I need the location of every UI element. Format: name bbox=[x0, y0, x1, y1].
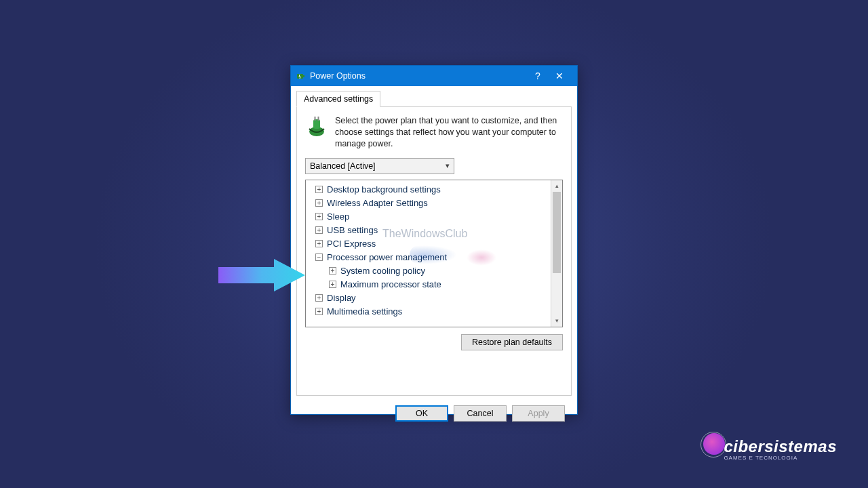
tab-page: Select the power plan that you want to c… bbox=[296, 107, 572, 396]
dialog-button-row: OK Cancel Apply bbox=[296, 400, 572, 427]
brand-name: cibersistemas bbox=[724, 437, 837, 456]
expand-plus-icon[interactable]: + bbox=[329, 281, 336, 288]
power-plan-icon bbox=[305, 115, 328, 138]
battery-icon bbox=[295, 70, 306, 81]
tree-item-label: USB settings bbox=[327, 225, 378, 235]
expand-plus-icon[interactable]: + bbox=[315, 240, 323, 247]
power-plan-selected: Balanced [Active] bbox=[310, 161, 376, 171]
tree-item-label: Desktop background settings bbox=[327, 184, 441, 195]
tree-row[interactable]: +Multimedia settings bbox=[309, 305, 548, 319]
cancel-button[interactable]: Cancel bbox=[454, 405, 507, 422]
tree-item-label: Sleep bbox=[327, 211, 349, 222]
tree-row[interactable]: +Desktop background settings bbox=[309, 183, 548, 197]
expand-plus-icon[interactable]: + bbox=[315, 294, 323, 302]
settings-tree-box: +Desktop background settings+Wireless Ad… bbox=[305, 180, 563, 327]
tree-row[interactable]: +Maximum processor state bbox=[309, 278, 548, 291]
tree-item-label: Multimedia settings bbox=[327, 306, 402, 317]
brand-logo: cibersistemas GAMES E TECNOLOGIA bbox=[724, 437, 837, 461]
tree-item-label: Maximum processor state bbox=[340, 279, 441, 289]
tree-item-label: PCI Express bbox=[327, 239, 376, 249]
tree-item-label: System cooling policy bbox=[340, 266, 425, 276]
apply-button[interactable]: Apply bbox=[512, 405, 565, 422]
tree-row[interactable]: +Sleep bbox=[309, 210, 548, 224]
scrollbar[interactable]: ▴ ▾ bbox=[551, 180, 562, 327]
tree-row[interactable]: +Wireless Adapter Settings bbox=[309, 197, 548, 210]
window-title: Power Options bbox=[310, 71, 528, 81]
ok-button[interactable]: OK bbox=[395, 405, 448, 422]
expand-plus-icon[interactable]: + bbox=[315, 308, 323, 315]
expand-plus-icon[interactable]: + bbox=[315, 213, 323, 220]
tree-row[interactable]: +PCI Express bbox=[309, 237, 548, 251]
tabstrip: Advanced settings bbox=[296, 90, 572, 107]
restore-defaults-button[interactable]: Restore plan defaults bbox=[461, 334, 563, 350]
svg-rect-1 bbox=[303, 75, 304, 77]
scroll-up-icon[interactable]: ▴ bbox=[551, 180, 562, 192]
tab-advanced-settings[interactable]: Advanced settings bbox=[296, 91, 380, 107]
intro-block: Select the power plan that you want to c… bbox=[305, 115, 563, 150]
scroll-down-icon[interactable]: ▾ bbox=[551, 315, 562, 327]
expand-minus-icon[interactable]: − bbox=[315, 253, 323, 261]
tree-item-label: Wireless Adapter Settings bbox=[327, 198, 428, 208]
tree-row[interactable]: +USB settings bbox=[309, 224, 548, 237]
expand-plus-icon[interactable]: + bbox=[315, 199, 323, 207]
power-plan-select[interactable]: Balanced [Active] ▾ bbox=[305, 158, 454, 174]
tree-item-label: Processor power management bbox=[327, 252, 447, 262]
power-options-dialog: Power Options ? ✕ Advanced settings Sele… bbox=[290, 65, 578, 415]
scroll-track[interactable] bbox=[551, 192, 562, 315]
svg-rect-5 bbox=[318, 117, 319, 121]
expand-plus-icon[interactable]: + bbox=[315, 226, 323, 234]
expand-plus-icon[interactable]: + bbox=[315, 186, 323, 193]
tree-row[interactable]: +Display bbox=[309, 291, 548, 305]
chevron-down-icon: ▾ bbox=[446, 161, 450, 170]
help-button[interactable]: ? bbox=[528, 70, 547, 81]
titlebar[interactable]: Power Options ? ✕ bbox=[291, 66, 577, 86]
close-button[interactable]: ✕ bbox=[547, 70, 572, 81]
svg-rect-4 bbox=[315, 117, 316, 121]
tree-row[interactable]: −Processor power management bbox=[309, 251, 548, 264]
tree-item-label: Display bbox=[327, 293, 356, 303]
expand-plus-icon[interactable]: + bbox=[329, 267, 336, 274]
scroll-thumb[interactable] bbox=[553, 192, 561, 273]
settings-tree[interactable]: +Desktop background settings+Wireless Ad… bbox=[306, 180, 551, 327]
svg-rect-3 bbox=[313, 119, 320, 129]
tree-row[interactable]: +System cooling policy bbox=[309, 264, 548, 278]
intro-text: Select the power plan that you want to c… bbox=[335, 115, 563, 150]
